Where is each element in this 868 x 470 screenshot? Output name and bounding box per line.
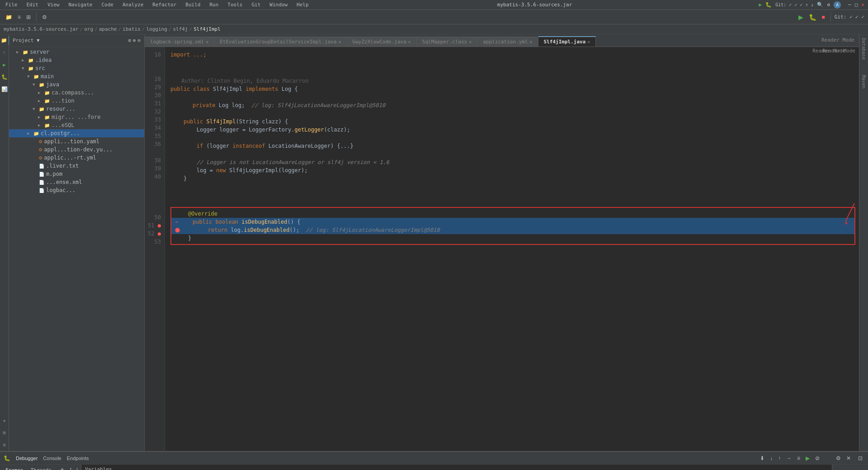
avatar-icon[interactable]: A bbox=[834, 1, 841, 9]
breadcrumb-org[interactable]: org bbox=[84, 26, 93, 32]
toolbar-expand-btn[interactable]: ≡ bbox=[16, 13, 23, 21]
mute-bp-btn[interactable]: ⊘ bbox=[813, 454, 821, 462]
tree-java[interactable]: ▼ 📁 java bbox=[9, 80, 144, 89]
tree-pom[interactable]: ▶ 📄 m.pom bbox=[9, 170, 144, 178]
breadcrumb-logging[interactable]: logging bbox=[146, 26, 167, 32]
tab-slf4jimpl[interactable]: Slf4jImpl.java ✕ bbox=[538, 36, 596, 47]
tree-app-dev[interactable]: ▶ ⚙ appl...tion-dev.yu... bbox=[9, 146, 144, 154]
sidebar-expand-icon[interactable]: ⊕ bbox=[133, 38, 136, 43]
settings-icon[interactable]: ⚙ bbox=[827, 2, 830, 8]
sidebar-header: Project ▼ ⚙ ⊕ ⊖ bbox=[9, 34, 144, 47]
tab-close-sqlmapper[interactable]: ✕ bbox=[469, 39, 472, 44]
frames-down-icon[interactable]: ↓ bbox=[75, 466, 78, 470]
menu-help[interactable]: Help bbox=[295, 2, 311, 8]
tree-resources[interactable]: ▼ 📁 resour... bbox=[9, 105, 144, 113]
menu-git[interactable]: Git bbox=[250, 2, 262, 8]
tab-close-logback[interactable]: ✕ bbox=[206, 39, 208, 44]
menu-navigate[interactable]: Navigate bbox=[67, 2, 94, 8]
close-btn[interactable]: ✕ bbox=[861, 2, 864, 8]
step-out-btn[interactable]: ↑ bbox=[776, 454, 783, 462]
activity-favorites-icon[interactable]: ★ bbox=[1, 416, 7, 425]
tab-close-slf4j[interactable]: ✕ bbox=[587, 39, 590, 44]
restore-debug-btn[interactable]: ⊡ bbox=[856, 454, 864, 462]
breadcrumb-ibatis[interactable]: ibatis bbox=[123, 26, 141, 32]
activity-project-icon[interactable]: 📁 bbox=[0, 36, 9, 45]
debug-button[interactable]: 🐛 bbox=[765, 2, 772, 8]
tab-close-gwyzz[interactable]: ✕ bbox=[408, 39, 411, 44]
threads-tab[interactable]: Threads bbox=[29, 466, 53, 470]
menu-analyze[interactable]: Analyze bbox=[121, 2, 145, 8]
tree-server[interactable]: ▶ 📁 server bbox=[9, 48, 144, 56]
tab-logback[interactable]: logback-spring.xml ✕ bbox=[145, 37, 214, 47]
tree-app-rt[interactable]: ▶ ⚙ applic...-rt.yml bbox=[9, 154, 144, 162]
activity-structure-icon[interactable]: ⊞ bbox=[1, 428, 7, 437]
maximize-btn[interactable]: □ bbox=[855, 2, 858, 8]
resume-btn[interactable]: ▶ bbox=[804, 454, 811, 462]
tab-sqlmapper[interactable]: SqlMapper.class ✕ bbox=[417, 37, 477, 47]
endpoints-tab-btn[interactable]: Endpoints bbox=[65, 455, 91, 462]
toolbar-project-btn[interactable]: 📁 bbox=[4, 13, 14, 21]
editor-area: logback-spring.xml ✕ EtEvaluationGroupDe… bbox=[145, 34, 859, 451]
tree-tion[interactable]: ▶ 📁 ...tion bbox=[9, 97, 144, 105]
tree-license[interactable]: ▶ 📄 ...ense.xml bbox=[9, 178, 144, 186]
tree-app-yaml[interactable]: ▶ ⚙ appli...tion.yaml bbox=[9, 137, 144, 146]
tree-main[interactable]: ▼ 📁 main bbox=[9, 72, 144, 80]
breadcrumb-jar[interactable]: mybatis-3.5.6-sources.jar bbox=[4, 26, 79, 32]
toolbar-settings-btn[interactable]: ⚙ bbox=[40, 13, 49, 21]
menu-refactor[interactable]: Refactor bbox=[151, 2, 178, 8]
code-content[interactable]: Reader Mode import ...; Author: Clinton … bbox=[165, 47, 859, 451]
activity-debug-icon[interactable]: 🐛 bbox=[0, 73, 9, 81]
activity-commit-icon[interactable]: ⑂ bbox=[1, 48, 7, 57]
tab-close-eteval[interactable]: ✕ bbox=[339, 39, 341, 44]
menu-code[interactable]: Code bbox=[99, 2, 115, 8]
tab-eteval[interactable]: EtEvaluationGroupDetailServiceImpl.java … bbox=[214, 37, 347, 47]
frames-tab[interactable]: Frames bbox=[4, 466, 25, 470]
tab-close-application[interactable]: ✕ bbox=[530, 39, 533, 44]
step-into-btn[interactable]: ↓ bbox=[768, 454, 774, 462]
evaluate-btn[interactable]: ≡ bbox=[795, 454, 802, 462]
breadcrumb-class[interactable]: Slf4jImpl bbox=[193, 26, 221, 32]
menu-edit[interactable]: Edit bbox=[25, 2, 41, 8]
frames-up-icon[interactable]: ↑ bbox=[69, 466, 72, 470]
sidebar-collapse-icon[interactable]: ⊖ bbox=[137, 38, 141, 43]
tab-application[interactable]: application.yml ✕ bbox=[477, 37, 538, 47]
activity-profiler-icon[interactable]: 📊 bbox=[0, 85, 9, 94]
right-database-icon[interactable]: Database bbox=[860, 36, 867, 61]
run-cursor-btn[interactable]: → bbox=[784, 454, 793, 462]
toolbar-layout-btn[interactable]: ⊞ bbox=[24, 13, 33, 21]
search-button[interactable]: 🔍 bbox=[817, 2, 823, 8]
minimize-btn[interactable]: ─ bbox=[848, 2, 851, 8]
minimize-debug-btn[interactable]: ✕ bbox=[844, 454, 853, 462]
right-maven-icon[interactable]: Maven bbox=[860, 73, 867, 90]
tree-migr[interactable]: ▶ 📁 migr... ...fore bbox=[9, 113, 144, 121]
menu-file[interactable]: File bbox=[4, 2, 19, 8]
debugger-tab-btn[interactable]: Debugger bbox=[14, 455, 39, 462]
breadcrumb-apache[interactable]: apache bbox=[99, 26, 117, 32]
activity-settings-icon[interactable]: ⚙ bbox=[1, 441, 7, 449]
debug-run-btn[interactable]: 🐛 bbox=[807, 13, 818, 22]
settings-debug-btn[interactable]: ⚙ bbox=[834, 454, 843, 462]
tree-compass[interactable]: ▶ 📁 ca.compass... bbox=[9, 89, 144, 97]
run-button[interactable]: ▶ bbox=[759, 2, 762, 8]
menu-view[interactable]: View bbox=[46, 2, 61, 8]
menu-window[interactable]: Window bbox=[268, 2, 289, 8]
step-over-btn[interactable]: ⬇ bbox=[758, 454, 766, 462]
tab-gwyzz[interactable]: GwyZzXlxwCode.java ✕ bbox=[347, 37, 417, 47]
tree-esql[interactable]: ▶ 📁 ...eSQL bbox=[9, 121, 144, 129]
tree-idea[interactable]: ▶ 📁 .idea bbox=[9, 56, 144, 64]
tree-src[interactable]: ▼ 📁 src bbox=[9, 64, 144, 72]
toolbar-stop-btn[interactable]: ■ bbox=[820, 13, 827, 21]
menu-build[interactable]: Build bbox=[184, 2, 202, 8]
tree-liver-txt[interactable]: ▶ 📄 .liver.txt bbox=[9, 162, 144, 170]
activity-run-icon[interactable]: ▶ bbox=[1, 61, 7, 69]
sidebar-gear-icon[interactable]: ⚙ bbox=[128, 38, 131, 43]
breadcrumb-slf4j[interactable]: slf4j bbox=[173, 26, 188, 32]
menu-run[interactable]: Run bbox=[208, 2, 220, 8]
reader-mode-label[interactable]: Reader Mode bbox=[812, 48, 845, 54]
tree-logback[interactable]: ▶ 📄 logbac... bbox=[9, 186, 144, 194]
frames-add-icon[interactable]: + bbox=[61, 466, 64, 470]
tree-postgr[interactable]: ▶ 📁 cl.postgr... bbox=[9, 129, 144, 137]
run-green-btn[interactable]: ▶ bbox=[797, 13, 805, 22]
menu-tools[interactable]: Tools bbox=[226, 2, 244, 8]
console-tab-btn[interactable]: Console bbox=[41, 455, 63, 462]
